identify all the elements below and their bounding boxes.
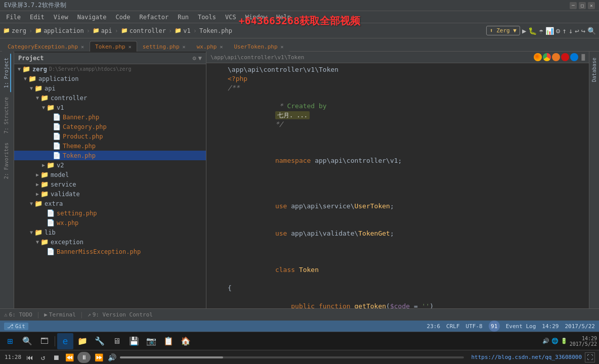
breadcrumb-tokenphp[interactable]: Token.php	[199, 27, 232, 34]
taskbar-app5[interactable]: 📋	[160, 333, 177, 349]
folder-icon-zerg: 📁	[3, 27, 10, 34]
tab-close-wx[interactable]: ✕	[220, 44, 223, 50]
event-log[interactable]: Event Log	[506, 323, 536, 330]
tree-gear-icon[interactable]: ⚙	[193, 55, 196, 62]
tab-categoryexception[interactable]: CategoryException.php ✕	[2, 41, 90, 52]
bottom-terminal[interactable]: ▶ Terminal	[44, 311, 76, 318]
opera-icon[interactable]	[561, 53, 569, 61]
firefox-icon[interactable]	[534, 53, 542, 61]
code-editor[interactable]: \app\api\controller\v1\Token <?php /** *…	[206, 63, 589, 308]
tree-item-application[interactable]: ▼ 📁 application	[14, 74, 206, 83]
video-prev[interactable]: ⏮	[25, 353, 35, 361]
video-pause[interactable]: ⏸	[77, 352, 91, 363]
breadcrumb-application[interactable]: 📁 application	[35, 27, 83, 34]
breadcrumb-v1[interactable]: 📁 v1	[175, 27, 190, 34]
tab-wx[interactable]: wx.php ✕	[191, 41, 229, 52]
tab-close-usertoken[interactable]: ✕	[281, 44, 284, 50]
chrome-icon[interactable]	[543, 53, 551, 61]
breadcrumb-zerg[interactable]: 📁 zerg	[3, 27, 26, 34]
sidebar-tab-database[interactable]: Database	[590, 54, 598, 86]
redo-button[interactable]: ↪	[581, 27, 585, 35]
menu-file[interactable]: File	[2, 13, 25, 22]
video-forward[interactable]: ⏩	[94, 353, 104, 361]
sidebar-tab-favorites[interactable]: 2: Favorites	[3, 139, 11, 183]
php-icon-token: 📄	[53, 152, 61, 159]
bottom-vcs[interactable]: ↗ 9: Version Control	[88, 311, 153, 318]
vcs-icon2[interactable]: ↓	[569, 27, 573, 35]
search-button[interactable]: 🔍	[587, 27, 596, 35]
sidebar-tab-structure[interactable]: 7: Structure	[3, 93, 11, 138]
video-rewind[interactable]: ⏪	[64, 353, 74, 361]
menu-vcs[interactable]: VCS	[221, 13, 240, 22]
search-taskbar[interactable]: 🔍	[19, 333, 35, 349]
code-line-12: class Token	[206, 256, 589, 284]
tree-item-extra[interactable]: ▼ 📁 extra	[14, 199, 206, 208]
tree-item-setting[interactable]: ▶ 📄 setting.php	[14, 208, 206, 218]
menu-tools[interactable]: Tools	[194, 13, 220, 22]
progress-bar[interactable]	[120, 356, 464, 358]
tree-item-lib[interactable]: ▼ 📁 lib	[14, 228, 206, 237]
tree-item-validate[interactable]: ▶ 📁 validate	[14, 189, 206, 199]
tree-item-api[interactable]: ▼ 📁 api	[14, 83, 206, 93]
tree-item-theme[interactable]: ▶ 📄 Theme.php	[14, 141, 206, 151]
menu-view[interactable]: View	[50, 13, 72, 22]
taskbar-app4[interactable]: 📷	[143, 333, 159, 349]
task-view[interactable]: 🗔	[36, 333, 53, 349]
settings-button[interactable]: ⚙	[556, 27, 560, 35]
menu-refactor[interactable]: Refactor	[135, 13, 173, 22]
video-replay[interactable]: ↺	[38, 353, 48, 361]
tree-item-token[interactable]: ▶ 📄 Token.php	[14, 151, 206, 160]
close-button[interactable]: ✕	[588, 2, 595, 9]
taskbar-explorer[interactable]: 📁	[74, 333, 91, 349]
undo-button[interactable]: ↩	[575, 27, 579, 35]
vcs-icon1[interactable]: ↑	[562, 27, 566, 35]
coverage-button[interactable]: ☂	[539, 27, 543, 35]
tree-chevron-icon[interactable]: ▼	[198, 55, 202, 62]
video-volume[interactable]: 🔊	[107, 353, 117, 361]
tree-item-zerg-root[interactable]: ▼ 📁 zerg D:\Server\xampp\htdocs\zerg	[14, 64, 206, 74]
tree-item-v2[interactable]: ▶ 📁 v2	[14, 160, 206, 170]
tree-item-banner[interactable]: ▶ 📄 Banner.php	[14, 112, 206, 122]
vcs-branch[interactable]: ⬆ Zerg ▼	[486, 26, 520, 35]
breadcrumb-api[interactable]: 📁 api	[93, 27, 112, 34]
video-fullscreen[interactable]: ⛶	[585, 352, 595, 362]
minimize-button[interactable]: ─	[570, 2, 577, 9]
git-button[interactable]: ⎇ Git	[4, 323, 28, 330]
sidebar-tab-project[interactable]: 1: Project	[3, 54, 11, 92]
taskbar-app1[interactable]: 🔧	[92, 333, 108, 349]
tab-usertoken[interactable]: UserToken.php ✕	[228, 41, 289, 52]
tree-item-bannermiss[interactable]: ▶ 📄 BannerMissException.php	[14, 247, 206, 256]
tree-item-exception[interactable]: ▼ 📁 exception	[14, 237, 206, 247]
run-button[interactable]: ▶	[522, 27, 526, 35]
menu-edit[interactable]: Edit	[26, 13, 49, 22]
tab-close-categoryexception[interactable]: ✕	[81, 44, 84, 50]
menu-run[interactable]: Run	[174, 13, 193, 22]
taskbar-sep1	[55, 336, 55, 346]
maximize-button[interactable]: □	[579, 2, 586, 9]
taskbar-app2[interactable]: 🖥	[109, 333, 125, 349]
menu-navigate[interactable]: Navigate	[73, 13, 111, 22]
tree-item-product[interactable]: ▶ 📄 Product.php	[14, 131, 206, 141]
edge-icon[interactable]	[570, 53, 578, 61]
tree-item-model[interactable]: ▶ 📁 model	[14, 170, 206, 179]
bottom-todo[interactable]: ⚠ 6: TODO	[4, 311, 32, 318]
start-button[interactable]: ⊞	[2, 333, 18, 349]
tab-close-token[interactable]: ✕	[129, 44, 132, 50]
taskbar-app3[interactable]: 💾	[126, 333, 142, 349]
debug-button[interactable]: 🐛	[528, 27, 537, 35]
tab-close-setting[interactable]: ✕	[183, 44, 186, 50]
taskbar-ie[interactable]: e	[57, 333, 73, 349]
tree-item-wx[interactable]: ▶ 📄 wx.php	[14, 218, 206, 228]
breadcrumb-controller[interactable]: 📁 controller	[121, 27, 166, 34]
tree-item-service[interactable]: ▶ 📁 service	[14, 179, 206, 189]
taskbar-app6[interactable]: 🏠	[178, 333, 194, 349]
tree-item-category[interactable]: ▶ 📄 Category.php	[14, 122, 206, 131]
menu-code[interactable]: Code	[112, 13, 135, 22]
tree-item-controller[interactable]: ▼ 📁 controller	[14, 93, 206, 103]
video-stop[interactable]: ⏹	[51, 353, 61, 361]
tree-item-v1[interactable]: ▼ 📁 v1	[14, 103, 206, 112]
ie-icon[interactable]	[552, 53, 560, 61]
profile-button[interactable]: 📊	[545, 27, 554, 35]
tab-token[interactable]: Token.php ✕	[90, 41, 137, 52]
tab-setting[interactable]: setting.php ✕	[137, 41, 191, 52]
